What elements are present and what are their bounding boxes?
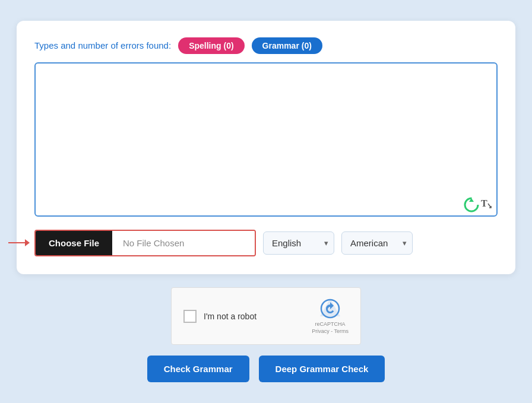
check-grammar-button[interactable]: Check Grammar (147, 356, 249, 382)
arrow-head (25, 239, 30, 246)
language-select[interactable]: English French German Spanish (263, 231, 334, 255)
bottom-section: I'm not a robot reCAPTCHA Privacy - Term… (17, 287, 515, 382)
text-resize-icon[interactable]: T (481, 198, 492, 211)
recaptcha-left: I'm not a robot (183, 310, 256, 323)
error-types-label: Types and number of errors found: (34, 40, 171, 50)
svg-text:T: T (481, 198, 487, 208)
arrow-indicator (8, 239, 30, 246)
no-file-label: No File Chosen (112, 231, 255, 255)
recaptcha-box: I'm not a robot reCAPTCHA Privacy - Term… (171, 287, 361, 345)
file-input-container: Choose File No File Chosen (34, 230, 256, 256)
recaptcha-right: reCAPTCHA Privacy - Terms (312, 297, 349, 335)
recaptcha-checkbox[interactable] (183, 310, 197, 323)
deep-grammar-button[interactable]: Deep Grammar Check (259, 356, 385, 382)
textarea-icon-group: T (463, 196, 492, 213)
file-row: Choose File No File Chosen English Frenc… (34, 230, 498, 256)
variant-select[interactable]: American British Canadian Australian (341, 231, 413, 255)
recaptcha-label: I'm not a robot (204, 312, 256, 321)
textarea-wrapper: T (34, 62, 498, 219)
choose-file-button[interactable]: Choose File (36, 231, 112, 255)
error-types-row: Types and number of errors found: Spelli… (34, 37, 498, 54)
recaptcha-logo (319, 297, 341, 320)
language-select-wrapper: English French German Spanish ▾ (263, 231, 334, 255)
spelling-badge: Spelling (0) (178, 37, 244, 54)
refresh-icon[interactable] (463, 196, 480, 213)
file-input-wrapper: Choose File No File Chosen (34, 230, 256, 256)
variant-select-wrapper: American British Canadian Australian ▾ (341, 231, 413, 255)
buttons-row: Check Grammar Deep Grammar Check (147, 356, 385, 382)
grammar-badge: Grammar (0) (252, 37, 322, 54)
main-textarea[interactable] (34, 62, 498, 217)
arrow-line (8, 242, 25, 243)
main-container: Types and number of errors found: Spelli… (17, 21, 515, 274)
recaptcha-text: reCAPTCHA Privacy - Terms (312, 321, 349, 335)
